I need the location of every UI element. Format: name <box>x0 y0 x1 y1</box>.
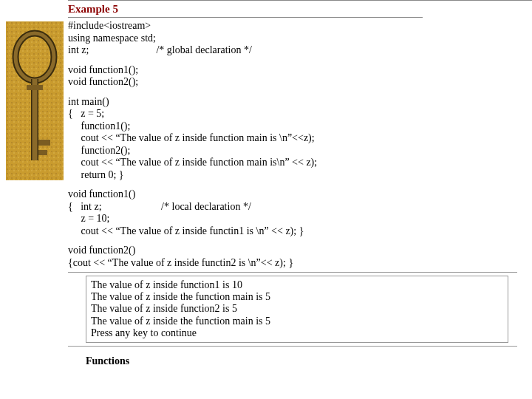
output-line: The value of z inside the function main … <box>91 316 503 327</box>
code-line: cout << “The value of z inside functin1 … <box>68 225 517 238</box>
section-title: Example 5 <box>68 3 423 18</box>
code-line: z = 10; <box>68 213 517 225</box>
svg-rect-10 <box>38 140 50 146</box>
code-line: int z; /* global declaration */ <box>68 44 517 57</box>
code-line: void function1(); <box>68 64 517 77</box>
output-line: Press any key to continue <box>91 327 503 339</box>
code-line: function2(); <box>68 145 517 157</box>
code-line: int main() <box>68 96 517 109</box>
code-line: { z = 5; <box>68 108 517 120</box>
code-line: using namespace std; <box>68 33 517 45</box>
code-line: { int z; /* local declaration */ <box>68 201 517 214</box>
key-illustration <box>6 20 66 348</box>
footer-label: Functions <box>86 355 532 367</box>
code-line: return 0; } <box>68 169 517 182</box>
svg-rect-8 <box>33 79 38 160</box>
output-line: The value of z inside the function main … <box>91 291 503 303</box>
output-line: The value of z inside function1 is 10 <box>91 279 503 291</box>
code-line: function1(); <box>68 120 517 133</box>
code-line: cout << “The value of z inside function … <box>68 132 517 145</box>
output-box: The value of z inside function1 is 10 Th… <box>86 276 508 342</box>
code-line: {cout << “The value of z inside functin2… <box>68 257 517 270</box>
code-content: #include<iostream> using namespace std; … <box>66 20 532 348</box>
code-line: cout << “The value of z inside function … <box>68 157 517 169</box>
code-line: void function2() <box>68 245 517 257</box>
output-line: The value of z inside function2 is 5 <box>91 303 503 315</box>
code-line: #include<iostream> <box>68 20 517 33</box>
svg-rect-9 <box>27 85 43 90</box>
code-line: void function1() <box>68 188 517 201</box>
svg-rect-11 <box>38 150 47 155</box>
code-line: void function2(); <box>68 76 517 89</box>
